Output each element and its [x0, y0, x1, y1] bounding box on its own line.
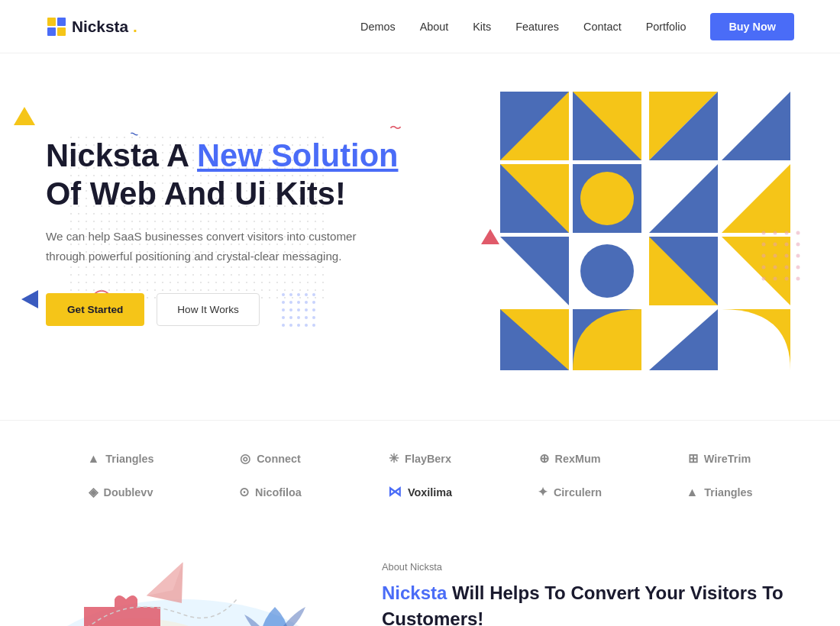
- svg-point-20: [289, 316, 292, 319]
- brand-connect: ◎ Connect: [195, 451, 345, 466]
- hero-buttons: Get Started How It Works: [46, 291, 398, 329]
- brand-icon-circulern: ✦: [538, 485, 548, 499]
- hero-geometric-art: [496, 88, 794, 378]
- svg-point-74: [785, 266, 789, 269]
- svg-point-63: [796, 231, 800, 235]
- svg-point-26: [297, 324, 300, 327]
- get-started-button[interactable]: Get Started: [46, 293, 144, 326]
- hero-heading: Nicksta A New Solution Of Web And Ui Kit…: [46, 137, 398, 213]
- about-heading: Nicksta Will Helps To Convert Your Visit…: [382, 580, 794, 626]
- svg-point-49: [580, 244, 634, 298]
- svg-point-4: [282, 293, 285, 296]
- brand-label: Triangles: [704, 486, 752, 499]
- svg-point-15: [289, 308, 292, 311]
- navbar: Nicksta. Demos About Kits Features Conta…: [0, 0, 840, 53]
- triangle-decoration-mid-left: [21, 290, 38, 308]
- svg-point-69: [774, 254, 777, 258]
- svg-point-79: [796, 277, 800, 281]
- brand-icon-triangles-1: ▲: [87, 452, 99, 466]
- svg-point-22: [305, 316, 308, 319]
- brand-flayberx: ✳ FlayBerx: [345, 451, 495, 466]
- dots-decoration: [279, 291, 318, 329]
- nav-demos[interactable]: Demos: [360, 21, 396, 33]
- pink-dots-decoration: [756, 225, 802, 286]
- brand-label: Circulern: [554, 486, 602, 499]
- nav-links: Demos About Kits Features Contact Portfo…: [360, 13, 794, 40]
- buy-now-button[interactable]: Buy Now: [710, 13, 794, 40]
- svg-point-14: [282, 308, 285, 311]
- svg-rect-1: [57, 18, 66, 26]
- hero-heading-highlight: New Solution: [197, 137, 398, 173]
- brand-icon-voxilima: ⋈: [388, 484, 402, 500]
- svg-point-21: [297, 316, 300, 319]
- logo-text: Nicksta: [72, 18, 128, 36]
- brand-icon-triangles-2: ▲: [686, 486, 698, 499]
- svg-point-76: [762, 277, 766, 281]
- svg-point-62: [785, 231, 789, 235]
- hero-description: We can help SaaS businesses convert visi…: [46, 227, 374, 266]
- logo-icon: [46, 16, 67, 37]
- logo[interactable]: Nicksta.: [46, 16, 137, 37]
- svg-point-24: [282, 324, 285, 327]
- brand-nicofiloa: ⊙ Nicofiloa: [195, 484, 345, 500]
- geometric-svg: [496, 88, 794, 374]
- brand-icon-rexmum: ⊕: [539, 451, 549, 466]
- svg-point-65: [774, 243, 777, 247]
- svg-rect-3: [57, 27, 66, 36]
- nav-portfolio[interactable]: Portfolio: [646, 21, 687, 33]
- nav-about[interactable]: About: [420, 21, 449, 33]
- brand-circulern: ✦ Circulern: [495, 484, 645, 500]
- svg-point-64: [762, 243, 766, 247]
- about-label: About Nicksta: [382, 561, 794, 573]
- brand-icon-doublevv: ◈: [89, 485, 98, 499]
- svg-point-73: [774, 266, 777, 269]
- svg-point-72: [762, 266, 766, 269]
- svg-rect-2: [47, 27, 56, 36]
- brand-triangles-1: ▲ Triangles: [46, 451, 195, 466]
- svg-point-66: [785, 243, 789, 247]
- svg-point-71: [796, 254, 800, 258]
- svg-point-75: [796, 266, 800, 269]
- svg-point-13: [312, 301, 315, 304]
- brand-doublevv: ◈ Doublevv: [46, 484, 195, 500]
- svg-point-6: [297, 293, 300, 296]
- svg-point-70: [785, 254, 789, 258]
- brand-label: Nicofiloa: [255, 486, 302, 499]
- brand-icon-connect: ◎: [240, 451, 250, 466]
- svg-point-23: [312, 316, 315, 319]
- svg-point-11: [297, 301, 300, 304]
- wave-decoration: 〜: [389, 121, 402, 137]
- brand-label: RexMum: [555, 453, 601, 465]
- brand-label: Voxilima: [408, 486, 452, 499]
- svg-point-60: [762, 231, 766, 235]
- svg-point-78: [785, 277, 789, 281]
- svg-point-68: [762, 254, 766, 258]
- svg-point-16: [297, 308, 300, 311]
- dashed-path: [61, 576, 252, 626]
- brands-section: ▲ Triangles ◎ Connect ✳ FlayBerx ⊕ RexMu…: [0, 420, 840, 523]
- svg-point-10: [289, 301, 292, 304]
- brand-label: Triangles: [105, 453, 153, 465]
- hero-heading-post: Of Web And Ui Kits!: [46, 176, 346, 211]
- brand-rexmum: ⊕ RexMum: [495, 451, 645, 466]
- hero-section: ~ 〜 Nicksta A New Solution Of Web And Ui…: [0, 53, 840, 420]
- svg-point-7: [305, 293, 308, 296]
- about-section: About Nicksta Nicksta Will Helps To Conv…: [0, 523, 840, 626]
- brand-wiretrim: ⊞ WireTrim: [645, 451, 794, 466]
- nav-kits[interactable]: Kits: [473, 21, 491, 33]
- about-illustration: [46, 553, 336, 626]
- brand-label: Connect: [257, 453, 301, 465]
- nav-features[interactable]: Features: [515, 21, 559, 33]
- about-heading-highlight: Nicksta: [382, 582, 447, 603]
- hero-heading-pre: Nicksta A: [46, 137, 197, 173]
- svg-point-77: [774, 277, 777, 281]
- nav-contact[interactable]: Contact: [583, 21, 622, 33]
- brand-triangles-2: ▲ Triangles: [645, 484, 794, 500]
- svg-point-18: [312, 308, 315, 311]
- svg-point-9: [282, 301, 285, 304]
- brand-icon-wiretrim: ⊞: [688, 451, 698, 466]
- how-it-works-button[interactable]: How It Works: [157, 293, 260, 326]
- svg-point-12: [305, 301, 308, 304]
- svg-rect-0: [47, 18, 56, 26]
- svg-point-25: [289, 324, 292, 327]
